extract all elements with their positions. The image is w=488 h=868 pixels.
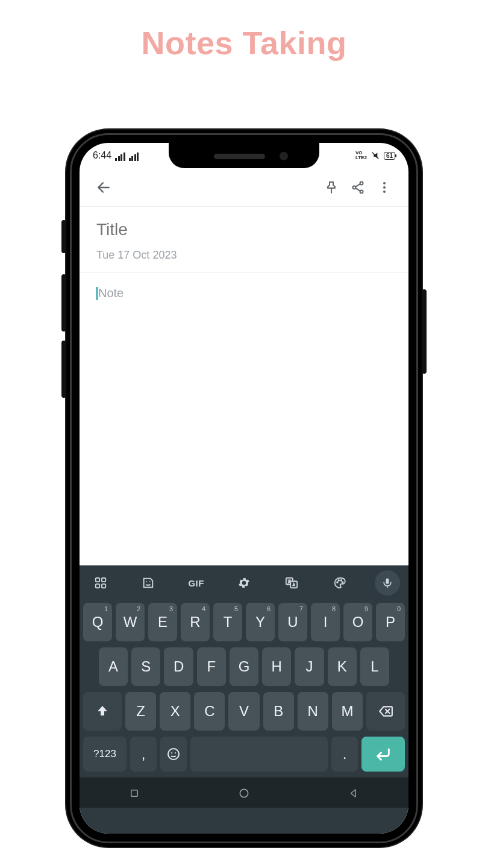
key-w[interactable]: W2: [116, 603, 145, 641]
key-comma[interactable]: ,: [130, 737, 157, 772]
key-b[interactable]: B: [263, 692, 294, 731]
page-heading: Notes Taking: [0, 24, 488, 61]
text-cursor: [96, 287, 98, 300]
enter-icon: [375, 746, 392, 763]
svg-point-16: [149, 581, 151, 582]
kb-gif-button[interactable]: GIF: [184, 570, 209, 596]
more-button[interactable]: [371, 174, 398, 201]
phone-volume-down: [61, 341, 66, 398]
keyboard-row-1: Q1W2E3R4T5Y6U7I8O9P0: [83, 603, 405, 641]
android-nav-bar: [80, 778, 408, 808]
key-backspace[interactable]: [366, 692, 405, 731]
svg-point-26: [171, 752, 172, 753]
key-r[interactable]: R4: [181, 603, 210, 641]
svg-rect-12: [102, 578, 105, 582]
backspace-icon: [378, 703, 393, 719]
app-toolbar: [80, 168, 408, 207]
note-body[interactable]: Note: [80, 273, 408, 313]
nav-back-button[interactable]: [339, 782, 369, 804]
key-g[interactable]: G: [230, 647, 258, 686]
nav-recent-button[interactable]: [119, 782, 149, 804]
key-z[interactable]: Z: [125, 692, 156, 731]
signal-icon-2: [129, 153, 139, 161]
key-v[interactable]: V: [228, 692, 259, 731]
pin-icon: [324, 180, 339, 195]
screen: 6:44 VO LTE2 61: [80, 143, 408, 834]
svg-rect-28: [131, 790, 138, 796]
key-shift[interactable]: [83, 692, 122, 731]
key-emoji[interactable]: [160, 737, 187, 772]
svg-point-19: [337, 582, 338, 583]
share-button[interactable]: [345, 174, 371, 201]
key-x[interactable]: X: [160, 692, 190, 731]
nav-home-button[interactable]: [229, 782, 259, 804]
phone-volume-up: [61, 274, 66, 332]
grid-icon: [94, 576, 107, 590]
note-date: Tue 17 Oct 2023: [96, 249, 392, 262]
keyboard-row-3: ZXCVBNM: [83, 692, 405, 731]
key-p[interactable]: P0: [376, 603, 405, 641]
key-h[interactable]: H: [262, 647, 291, 686]
status-time: 6:44: [93, 150, 111, 161]
kb-translate-button[interactable]: [279, 570, 304, 596]
kb-apps-button[interactable]: [88, 570, 113, 596]
key-j[interactable]: J: [295, 647, 324, 686]
phone-power-button: [422, 289, 427, 374]
svg-point-29: [240, 789, 248, 797]
key-enter[interactable]: [361, 737, 405, 772]
svg-point-25: [168, 749, 179, 760]
key-o[interactable]: O9: [343, 603, 372, 641]
key-period[interactable]: .: [331, 737, 358, 772]
keyboard-row-4: ?123 , .: [83, 737, 405, 772]
key-s[interactable]: S: [131, 647, 160, 686]
kb-mic-button[interactable]: [375, 570, 400, 596]
palette-icon: [333, 576, 346, 590]
kb-theme-button[interactable]: [327, 570, 352, 596]
title-input[interactable]: [96, 220, 392, 239]
svg-rect-11: [96, 578, 99, 582]
back-button[interactable]: [90, 174, 117, 201]
key-t[interactable]: T5: [213, 603, 242, 641]
note-header: Tue 17 Oct 2023: [80, 207, 408, 273]
more-vertical-icon: [377, 180, 392, 195]
note-placeholder: Note: [98, 286, 124, 300]
square-icon: [129, 788, 140, 799]
svg-line-7: [355, 188, 360, 191]
svg-rect-13: [96, 584, 99, 588]
gear-icon: [237, 576, 251, 590]
key-q[interactable]: Q1: [83, 603, 112, 641]
key-n[interactable]: N: [298, 692, 328, 731]
key-space[interactable]: [190, 737, 328, 772]
key-a[interactable]: A: [99, 647, 128, 686]
key-c[interactable]: C: [194, 692, 225, 731]
svg-point-27: [175, 752, 176, 753]
key-e[interactable]: E3: [148, 603, 177, 641]
svg-point-15: [146, 581, 148, 582]
mic-icon: [381, 577, 393, 589]
key-f[interactable]: F: [197, 647, 226, 686]
svg-rect-14: [102, 584, 105, 588]
key-symbols[interactable]: ?123: [83, 737, 127, 772]
phone-frame: 6:44 VO LTE2 61: [66, 130, 422, 847]
key-l[interactable]: L: [360, 647, 389, 686]
keyboard-toolbar: GIF: [80, 565, 408, 600]
svg-point-20: [338, 580, 339, 581]
key-u[interactable]: U7: [278, 603, 307, 641]
key-d[interactable]: D: [164, 647, 193, 686]
emoji-icon: [166, 747, 181, 761]
key-i[interactable]: I8: [311, 603, 340, 641]
kb-settings-button[interactable]: [231, 570, 257, 596]
svg-point-9: [383, 186, 386, 189]
pin-button[interactable]: [318, 174, 345, 201]
key-k[interactable]: K: [328, 647, 357, 686]
signal-icon: [115, 153, 125, 161]
volte-badge: VO LTE2: [355, 151, 367, 160]
on-screen-keyboard: GIF Q1W2E3R4T5Y6U7I8O9P0 ASDFGHJKL: [80, 565, 408, 834]
notch: [169, 143, 319, 168]
triangle-left-icon: [348, 788, 359, 799]
key-y[interactable]: Y6: [246, 603, 275, 641]
key-m[interactable]: M: [332, 692, 363, 731]
kb-sticker-button[interactable]: [136, 570, 161, 596]
svg-point-21: [340, 580, 342, 581]
svg-point-22: [342, 582, 343, 583]
